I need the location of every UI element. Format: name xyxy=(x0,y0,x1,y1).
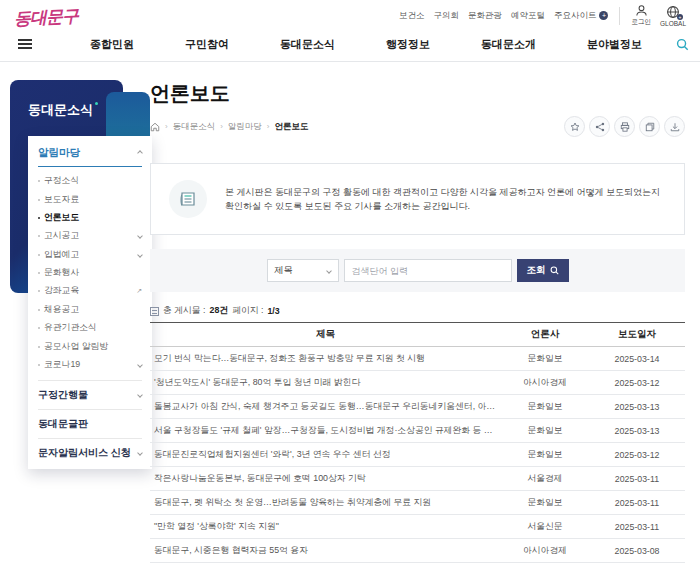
search-submit-button[interactable]: 조회 xyxy=(517,259,569,282)
utility-link-health-center[interactable]: 보건소 xyxy=(399,10,425,22)
board-table: 제목 언론사 보도일자 모기 번식 막는다…동대문구, 정화조 환풍구 방충망 … xyxy=(150,322,685,564)
divider xyxy=(619,7,620,25)
utility-link-major-sites[interactable]: 주요사이트 + xyxy=(554,10,609,22)
search-icon xyxy=(550,266,559,275)
search-icon xyxy=(676,38,689,51)
article-link[interactable]: 모기 번식 막는다…동대문구, 정화조 환풍구 방충망 무료 지원 첫 시행 xyxy=(150,347,501,371)
bullet xyxy=(38,254,40,256)
bullet xyxy=(38,180,40,182)
board-description-box: 본 게시판은 동대문구의 구정 활동에 대한 객관적이고 다양한 시각을 제공하… xyxy=(150,163,685,235)
sidebar-item-publications[interactable]: 구정간행물 xyxy=(38,380,142,403)
home-icon[interactable] xyxy=(150,122,160,132)
sidebar-section-notice[interactable]: 알림마당 xyxy=(38,146,142,167)
article-link[interactable]: 동대문구, 펫 위탁소 첫 운영…반려동물 양육하는 취약계층에 무료 지원 xyxy=(150,491,501,515)
breadcrumb-item[interactable]: 알림마당 xyxy=(228,121,262,133)
sidebar-item-dongdaemun-board[interactable]: 동대문글판 xyxy=(38,409,142,432)
chevron-down-icon xyxy=(326,268,332,274)
sidebar-title: 동대문소식 xyxy=(28,101,98,119)
global-button[interactable]: + GLOBAL xyxy=(660,5,686,27)
share-button[interactable] xyxy=(589,116,610,137)
sidebar-item-cultural-events[interactable]: 문화행사 xyxy=(38,264,142,282)
article-link[interactable]: 작은사랑나눔운동본부, 동대문구에 호떡 100상자 기탁 xyxy=(150,467,501,491)
breadcrumb-item[interactable]: 동대문소식 xyxy=(173,121,216,133)
sidebar-item-public-notices[interactable]: 고시공고 xyxy=(38,227,142,245)
sidebar-item-sms-service[interactable]: 문자알림서비스 신청 xyxy=(38,438,142,461)
utility-link-council[interactable]: 구의회 xyxy=(433,10,459,22)
global-label: GLOBAL xyxy=(660,20,686,27)
page-indicator: 1/3 xyxy=(267,306,279,316)
article-link[interactable]: 동대문구, 시중은행 협력자금 55억 융자 xyxy=(150,539,501,563)
external-link-icon: ↗ xyxy=(136,287,142,295)
table-row: '청년도약도시' 동대문구, 80억 투입 청년 미래 밝힌다아시아경제2025… xyxy=(150,371,685,395)
main-content: 언론보도 › 동대문소식 › 알림마당 › 언론보도 본 게시판은 동대문구의 … xyxy=(150,80,685,564)
list-info: 총 게시물 :28건 페이지 :1/3 xyxy=(150,305,685,317)
article-link[interactable]: '청년도약도시' 동대문구, 80억 투입 청년 미래 밝힌다 xyxy=(150,371,501,395)
sidebar-item-courses-education[interactable]: 강좌교육↗ xyxy=(38,282,142,300)
menu-hamburger-icon[interactable] xyxy=(18,36,32,51)
page-action-buttons xyxy=(564,116,685,137)
table-row: 돌봄교사가 아침 간식, 숙제 챙겨주고 등굣길도 동행…동대문구 우리동네키움… xyxy=(150,395,685,419)
nav-search-button[interactable] xyxy=(676,38,689,51)
globe-plus-badge: + xyxy=(677,14,683,20)
column-date: 보도일자 xyxy=(589,323,685,347)
search-bar: 제목 조회 xyxy=(150,249,685,292)
favorite-button[interactable] xyxy=(564,116,585,137)
sidebar-item-media-reports[interactable]: 언론보도 xyxy=(38,209,142,227)
download-button[interactable] xyxy=(664,116,685,137)
sidebar-item-legislation-notice[interactable]: 입법예고 xyxy=(38,246,142,264)
article-link[interactable]: 동대문진로직업체험지원센터 '와락', 3년 연속 우수 센터 선정 xyxy=(150,443,501,467)
breadcrumb-separator: › xyxy=(267,122,270,131)
nav-item-about-dongdaemun[interactable]: 동대문소개 xyxy=(481,37,536,52)
site-header: 동대문구 보건소 구의회 문화관광 예약포털 주요사이트 + 로그인 + GLO… xyxy=(0,0,700,62)
bullet xyxy=(38,272,40,274)
press-name: 서울신문 xyxy=(501,515,589,539)
list-grid-icon xyxy=(150,307,159,316)
table-header-row: 제목 언론사 보도일자 xyxy=(150,323,685,347)
total-count: 28건 xyxy=(210,305,229,317)
press-name: 문화일보 xyxy=(501,347,589,371)
copy-url-button[interactable] xyxy=(639,116,660,137)
chevron-down-icon xyxy=(137,233,143,239)
search-field-select[interactable]: 제목 xyxy=(267,259,339,282)
accent-dot xyxy=(95,102,98,105)
sidebar-item-covid19[interactable]: 코로나19 xyxy=(38,356,142,374)
report-date: 2025-03-08 xyxy=(589,539,685,563)
report-date: 2025-03-11 xyxy=(589,491,685,515)
breadcrumb: › 동대문소식 › 알림마당 › 언론보도 xyxy=(150,121,309,133)
sidebar-item-related-organizations[interactable]: 유관기관소식 xyxy=(38,319,142,337)
nav-item-administration-info[interactable]: 행정정보 xyxy=(386,37,430,52)
press-name: 아시아경제 xyxy=(501,371,589,395)
article-link[interactable]: "만학 열정 '상록야학' 지속 지원" xyxy=(150,515,501,539)
utility-link-culture-tourism[interactable]: 문화관광 xyxy=(468,10,502,22)
search-input[interactable] xyxy=(344,259,512,282)
table-row: 동대문진로직업체험지원센터 '와락', 3년 연속 우수 센터 선정문화일보20… xyxy=(150,443,685,467)
table-row: 동대문구, 펫 위탁소 첫 운영…반려동물 양육하는 취약계층에 무료 지원문화… xyxy=(150,491,685,515)
printer-icon xyxy=(620,122,630,132)
page-title: 언론보도 xyxy=(150,80,685,107)
print-button[interactable] xyxy=(614,116,635,137)
bullet xyxy=(38,364,40,366)
article-link[interactable]: 서울 구청장들도 '규제 철폐' 앞장…구청장들, 도시정비법 개정·소상공인 … xyxy=(150,419,501,443)
report-date: 2025-03-12 xyxy=(589,443,685,467)
report-date: 2025-03-11 xyxy=(589,515,685,539)
sidebar-item-district-news[interactable]: 구정소식 xyxy=(38,172,142,190)
breadcrumb-separator: › xyxy=(220,122,223,131)
nav-item-civil-services[interactable]: 종합민원 xyxy=(90,37,134,52)
share-icon xyxy=(595,122,605,132)
nav-item-field-info[interactable]: 분야별정보 xyxy=(587,37,642,52)
utility-link-reservation-portal[interactable]: 예약포털 xyxy=(511,10,545,22)
table-row: 서울 구청장들도 '규제 철폐' 앞장…구청장들, 도시정비법 개정·소상공인 … xyxy=(150,419,685,443)
column-title: 제목 xyxy=(150,323,501,347)
chevron-down-icon xyxy=(137,450,143,456)
article-link[interactable]: 돌봄교사가 아침 간식, 숙제 챙겨주고 등굣길도 동행…동대문구 우리동네키움… xyxy=(150,395,501,419)
nav-item-participation[interactable]: 구민참여 xyxy=(185,37,229,52)
sidebar-item-recruitment[interactable]: 채용공고 xyxy=(38,301,142,319)
sidebar-item-contest-board[interactable]: 공모사업 알림방 xyxy=(38,337,142,355)
sidebar-item-press-releases[interactable]: 보도자료 xyxy=(38,190,142,208)
sidebar-section-label: 알림마당 xyxy=(38,146,80,160)
bullet xyxy=(38,327,40,329)
bullet xyxy=(38,346,40,348)
nav-item-dongdaemun-news[interactable]: 동대문소식 xyxy=(280,37,335,52)
sidebar-menu-card: 알림마당 구정소식 보도자료 언론보도 고시공고 입법예고 문화행사 강좌교육↗… xyxy=(28,136,152,469)
login-button[interactable]: 로그인 xyxy=(631,4,651,27)
